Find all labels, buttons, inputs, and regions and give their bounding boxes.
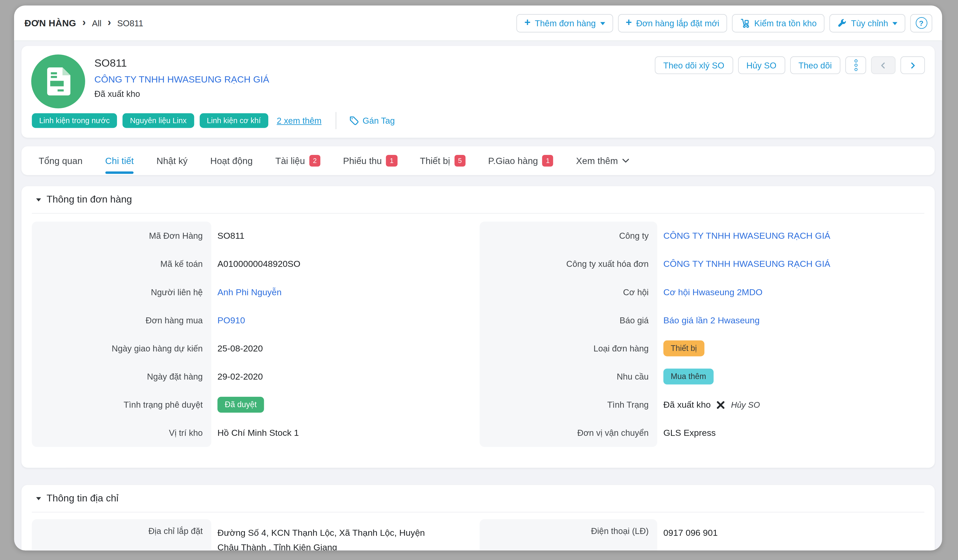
top-actions: + Thêm đơn hàng + Đơn hàng lắp đặt mới (517, 14, 932, 32)
document-icon (46, 67, 70, 95)
field-row: Tình trạng phê duyệt Đã duyệt (32, 391, 467, 419)
tags-row: Linh kiện trong nước Nguyên liệu Linx Li… (32, 112, 395, 129)
field-row: Đơn vị vận chuyển GLS Express (479, 419, 915, 447)
chevron-right-icon (909, 62, 916, 69)
customize-button[interactable]: Tùy chỉnh (830, 14, 906, 32)
field-row: Vị trí kho Hồ Chí Minh Stock 1 (32, 419, 467, 447)
field-label: Mã kế toán (32, 259, 211, 269)
demand-badge: Mua thêm (663, 369, 714, 384)
help-button[interactable]: ? (910, 14, 933, 32)
field-row: Cơ hội Cơ hội Hwaseung 2MDO (479, 278, 915, 306)
invoice-company-link[interactable]: CÔNG TY TNHH HWASEUNG RẠCH GIÁ (657, 259, 830, 269)
record-id: SO811 (94, 57, 269, 70)
field-value: 25-08-2020 (211, 343, 263, 353)
cancel-so-button[interactable]: Hủy SO (738, 56, 785, 74)
tab-activity[interactable]: Hoạt động (210, 146, 253, 175)
cancel-so-link[interactable]: Hủy SO (731, 400, 760, 409)
fields-column-right: Công ty CÔNG TY TNHH HWASEUNG RẠCH GIÁ C… (479, 221, 915, 447)
avatar (31, 54, 85, 108)
tab-details[interactable]: Chi tiết (105, 146, 134, 175)
track-so-processing-button[interactable]: Theo dõi xlý SO (655, 56, 733, 74)
record-actions: Theo dõi xlý SO Hủy SO Theo dõi (655, 56, 925, 74)
tab-log[interactable]: Nhật ký (157, 146, 188, 175)
tab-delivery[interactable]: P.Giao hàng 1 (488, 146, 554, 175)
next-record-button[interactable] (901, 56, 925, 74)
app-window: ĐƠN HÀNG › All › SO811 + Thêm đơn hàng +… (0, 0, 958, 560)
breadcrumb-module[interactable]: ĐƠN HÀNG (24, 18, 76, 28)
breadcrumb-view[interactable]: All (92, 18, 102, 28)
field-row: Loại đơn hàng Thiết bị (479, 334, 915, 362)
button-label: Thêm đơn hàng (535, 18, 596, 28)
vertical-divider (336, 112, 336, 129)
question-icon: ? (915, 17, 927, 29)
collapse-arrow-icon (36, 198, 41, 201)
company-link[interactable]: CÔNG TY TNHH HWASEUNG RẠCH GIÁ (94, 74, 269, 85)
field-row: Ngày đặt hàng 29-02-2020 (32, 362, 467, 391)
tab-bar: Tổng quan Chi tiết Nhật ký Hoạt động Tài… (21, 146, 934, 175)
previous-record-button[interactable] (871, 56, 896, 74)
section-header[interactable]: Thông tin địa chỉ (32, 485, 924, 512)
contact-link[interactable]: Anh Phi Nguyễn (211, 287, 282, 297)
collapse-arrow-icon (36, 497, 41, 500)
field-label: Báo giá (479, 315, 657, 325)
field-row: Địa chỉ lắp đặt Đường Số 4, KCN Thạnh Lộ… (32, 519, 467, 551)
address-info-section: Thông tin địa chỉ Địa chỉ lắp đặt Đường … (21, 485, 934, 551)
tab-receipts[interactable]: Phiếu thu 1 (343, 146, 397, 175)
section-divider (32, 213, 924, 214)
count-badge: 5 (454, 155, 465, 167)
field-label: Mã Đơn Hàng (32, 231, 211, 241)
count-badge: 2 (309, 155, 320, 167)
section-divider (32, 512, 924, 513)
field-value: A0100000048920SO (211, 259, 300, 269)
tab-more[interactable]: Xem thêm (576, 146, 629, 175)
field-row: Mã Đơn Hàng SO811 (32, 221, 467, 250)
fields-column-right: Điện thoại (LĐ) 0917 096 901 (479, 519, 915, 547)
quote-link[interactable]: Báo giá lần 2 Hwaseung (657, 315, 760, 325)
tag-pill[interactable]: Nguyên liệu Linx (123, 113, 194, 128)
cancel-so-action[interactable] (717, 401, 725, 409)
field-label: Loại đơn hàng (479, 343, 657, 353)
fields-column-left: Mã Đơn Hàng SO811 Mã kế toán A0100000048… (32, 221, 467, 447)
field-label: Nhu cầu (479, 372, 657, 381)
opportunity-link[interactable]: Cơ hội Hwaseung 2MDO (657, 287, 762, 297)
follow-button[interactable]: Theo dõi (790, 56, 841, 74)
tab-documents[interactable]: Tài liệu 2 (275, 146, 320, 175)
company-field-link[interactable]: CÔNG TY TNHH HWASEUNG RẠCH GIÁ (657, 231, 830, 241)
more-tags-link[interactable]: 2 xem thêm (277, 115, 321, 125)
breadcrumb: ĐƠN HÀNG › All › SO811 (24, 18, 143, 28)
field-label: Tình trạng phê duyệt (32, 400, 211, 410)
check-inventory-button[interactable]: Kiểm tra tồn kho (732, 14, 825, 32)
fields-column-left: Địa chỉ lắp đặt Đường Số 4, KCN Thạnh Lộ… (32, 519, 467, 551)
record-status: Đã xuất kho (94, 89, 269, 99)
purchase-order-link[interactable]: PO910 (211, 315, 245, 325)
chevron-left-icon (880, 62, 887, 69)
tag-pill[interactable]: Linh kiện cơ khí (200, 113, 268, 128)
field-row: Mã kế toán A0100000048920SO (32, 250, 467, 278)
assign-tag-link[interactable]: Gán Tag (349, 115, 395, 125)
more-actions-button[interactable] (845, 56, 866, 74)
tab-overview[interactable]: Tổng quan (38, 146, 82, 175)
order-info-section: Thông tin đơn hàng Mã Đơn Hàng SO811 Mã … (21, 186, 934, 468)
installation-address-value: Đường Số 4, KCN Thạnh Lộc, Xã Thạnh Lộc,… (211, 519, 425, 551)
field-row: Nhu cầu Mua thêm (479, 362, 915, 391)
add-order-button[interactable]: + Thêm đơn hàng (517, 14, 613, 32)
section-header[interactable]: Thông tin đơn hàng (32, 186, 924, 213)
new-installation-order-button[interactable]: + Đơn hàng lắp đặt mới (618, 14, 728, 32)
field-row: Đơn hàng mua PO910 (32, 306, 467, 334)
field-label: Đơn vị vận chuyển (479, 428, 657, 438)
approved-status-badge: Đã duyệt (217, 397, 264, 412)
address-fields: Địa chỉ lắp đặt Đường Số 4, KCN Thạnh Lộ… (32, 519, 924, 551)
tab-devices[interactable]: Thiết bị 5 (420, 146, 465, 175)
field-value: 29-02-2020 (211, 372, 263, 381)
field-value: Hồ Chí Minh Stock 1 (211, 428, 299, 438)
record-titles: SO811 CÔNG TY TNHH HWASEUNG RẠCH GIÁ Đã … (94, 57, 269, 99)
phone-value: 0917 096 901 (657, 519, 718, 540)
field-label: Ngày giao hàng dự kiến (32, 343, 211, 353)
chevron-right-icon: › (82, 17, 86, 27)
breadcrumb-record: SO811 (117, 18, 143, 28)
field-row: Báo giá Báo giá lần 2 Hwaseung (479, 306, 915, 334)
assign-tag-label: Gán Tag (363, 115, 395, 125)
x-icon (717, 401, 725, 409)
tag-pill[interactable]: Linh kiện trong nước (32, 113, 117, 128)
count-badge: 1 (542, 155, 554, 167)
